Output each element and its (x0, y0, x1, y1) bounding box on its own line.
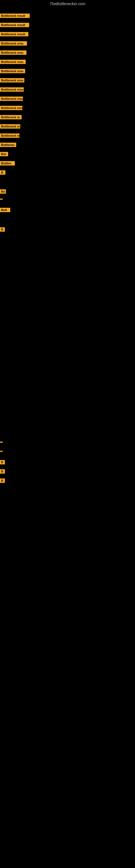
bottleneck-bar: Bott (0, 208, 10, 212)
bottleneck-bar: Bot (0, 152, 8, 156)
bottleneck-bar: B (0, 170, 5, 175)
bottleneck-bar (0, 442, 3, 443)
bottleneck-bar: Bottleneck re (0, 124, 20, 129)
bottleneck-bar: Bottleneck re (0, 133, 19, 138)
bottleneck-bar: Bo (0, 189, 6, 194)
bottleneck-bar: Bottleneck result (0, 32, 28, 36)
bottleneck-bar: Bottleneck resu (0, 41, 27, 45)
bottleneck-bar: Bottlen (0, 161, 15, 165)
bottleneck-bar: Bottleneck resu (0, 87, 24, 92)
bottleneck-bar: Bottleneck resu (0, 78, 24, 83)
bottleneck-bar (0, 451, 3, 452)
bottleneck-bar: Bottleneck result (0, 23, 29, 27)
bottleneck-bar: Bottleneck resu (0, 69, 25, 73)
bottleneck-bar: B (0, 469, 5, 474)
bottleneck-bar: Bottleneck result (0, 13, 30, 18)
bottleneck-bar: Bottlenec (0, 143, 16, 147)
bottleneck-bar: Bottleneck resu (0, 51, 27, 55)
site-title: TheBottlenecker.com (0, 0, 135, 8)
bottleneck-bar (0, 198, 3, 199)
bottleneck-bar: Bottleneck resu (0, 97, 23, 101)
bottleneck-bar: Bottleneck resu (0, 60, 26, 64)
bottleneck-bar: Bottleneck re (0, 115, 21, 119)
bottleneck-bar: B (0, 227, 5, 231)
bottleneck-bar: B (0, 478, 5, 483)
bottleneck-bar: Bottleneck resu (0, 106, 22, 110)
bottleneck-bar: B (0, 460, 5, 464)
